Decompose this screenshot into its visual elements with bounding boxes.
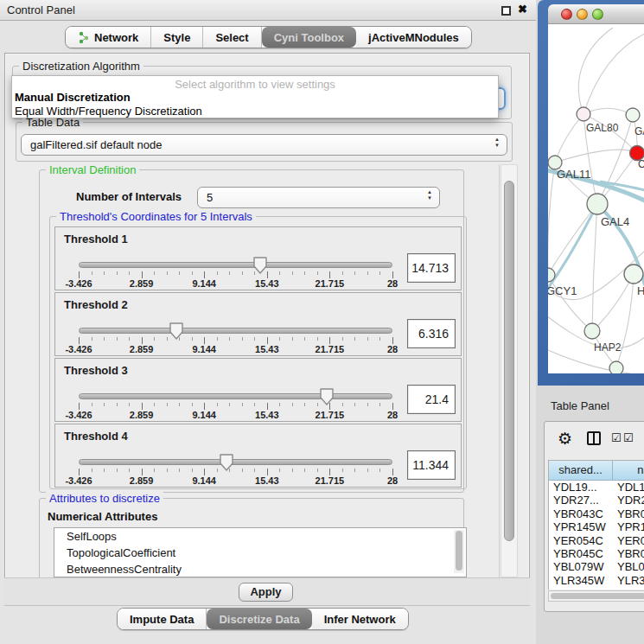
threshold-value-field[interactable]: 14.713 <box>407 253 456 283</box>
tab-style[interactable]: Style <box>151 27 203 48</box>
node-table: shared... name YDL19...YDL19... YDR27...… <box>548 460 644 590</box>
node-hap2[interactable] <box>584 323 600 339</box>
threshold-panel-1: Threshold 1 -3.4262.8599.14415.4321.7152… <box>54 226 462 290</box>
float-window-icon[interactable] <box>501 6 511 16</box>
panel-title: Control Panel <box>7 3 75 16</box>
slider-thumb[interactable] <box>318 387 335 406</box>
label-gal80: GAL80 <box>586 122 619 134</box>
node-partial-top-right[interactable] <box>626 108 640 122</box>
tab-network[interactable]: Network <box>66 27 151 48</box>
label-gcy1: GCY1 <box>548 284 577 297</box>
network-window-titlebar[interactable] <box>548 4 644 24</box>
node-labels: GAL80 GA C GAL11 GAL4 GCY1 H HAP2 <box>548 122 644 354</box>
node-partial-bottom[interactable] <box>609 361 623 373</box>
list-item[interactable]: BetweennessCentrality <box>54 561 466 577</box>
table-row[interactable]: YBL079WYBL079W <box>549 560 644 573</box>
list-item[interactable]: SelfLoops <box>54 528 466 545</box>
network-canvas[interactable]: GAL80 GA C GAL11 GAL4 GCY1 H HAP2 <box>548 24 644 373</box>
table-row[interactable]: YIL052CYIL052C <box>549 587 644 590</box>
scrollbar-thumb[interactable] <box>504 181 514 541</box>
table-row[interactable]: YPR145WYPR145W <box>549 520 644 533</box>
slider-tick-labels: -3.4262.8599.14415.4321.71528 <box>79 344 392 354</box>
popup-option-manual-discretization[interactable]: Manual Discretization <box>15 91 131 104</box>
slider-thumb[interactable] <box>252 256 269 275</box>
slider-track[interactable] <box>79 328 392 334</box>
list-scrollbar[interactable] <box>454 530 464 573</box>
nodes[interactable] <box>548 107 644 373</box>
threshold-label: Threshold 4 <box>64 430 128 443</box>
network-graph: GAL80 GA C GAL11 GAL4 GCY1 H HAP2 <box>548 24 644 373</box>
gear-icon[interactable]: ⚙ <box>558 429 572 449</box>
bottom-tab-bar: Impute Data Discretize Data Infer Networ… <box>117 608 409 630</box>
columns-icon[interactable] <box>587 431 601 445</box>
node-gal4[interactable] <box>587 194 608 214</box>
algorithm-group-title: Discretization Algorithm <box>19 60 143 73</box>
table-row[interactable]: YBR043CYBR043C <box>549 507 644 520</box>
label-partial-h: H <box>637 284 644 297</box>
table-data-combobox[interactable]: galFiltered.sif default node ▲▼ <box>21 134 507 156</box>
table-row[interactable]: YER054CYER054C <box>549 534 644 547</box>
intervals-value: 5 <box>207 191 213 204</box>
close-traffic-light[interactable] <box>561 9 572 20</box>
zoom-traffic-light[interactable] <box>592 9 603 20</box>
popup-option-equal-width[interactable]: Equal Width/Frequency Discretization <box>15 105 202 118</box>
threshold-label: Threshold 1 <box>64 233 128 245</box>
thresholds-group-title: Threshold's Coordinates for 5 Intervals <box>56 210 256 223</box>
network-window: GAL80 GA C GAL11 GAL4 GCY1 H HAP2 <box>538 0 644 386</box>
tab-cyni-toolbox[interactable]: Cyni Toolbox <box>262 27 356 48</box>
table-row[interactable]: YBR045CYBR045C <box>549 547 644 560</box>
tab-discretize-data[interactable]: Discretize Data <box>207 609 311 629</box>
threshold-value-field[interactable]: 6.316 <box>407 319 456 348</box>
network-icon <box>78 31 89 44</box>
table-row[interactable]: YLR345WYLR345W <box>549 574 644 587</box>
node-gal80[interactable] <box>577 107 590 121</box>
tab-label: Infer Network <box>324 613 396 626</box>
list-item[interactable]: TopologicalCoefficient <box>54 545 466 561</box>
tab-label: Impute Data <box>130 613 194 626</box>
checkbox-icon[interactable]: ☑ <box>623 431 634 444</box>
tab-label: Select <box>215 31 248 44</box>
tab-label: jActiveMNodules <box>368 31 459 44</box>
threshold-value-field[interactable]: 21.4 <box>407 385 456 414</box>
slider-track[interactable] <box>79 262 392 268</box>
slider-tick-labels: -3.4262.8599.14415.4321.71528 <box>79 410 392 420</box>
minimize-traffic-light[interactable] <box>577 9 588 20</box>
label-gal11: GAL11 <box>557 168 591 181</box>
table-header-row: shared... name <box>549 461 644 481</box>
settings-vertical-scrollbar[interactable] <box>501 164 518 577</box>
number-of-intervals-spinner[interactable]: 5 ▲▼ <box>197 187 440 208</box>
tab-select[interactable]: Select <box>203 27 261 48</box>
table-horizontal-scrollbar[interactable] <box>548 590 644 602</box>
table-data-value: galFiltered.sif default node <box>30 138 162 151</box>
slider-track[interactable] <box>79 459 392 465</box>
apply-button[interactable]: Apply <box>239 583 293 602</box>
label-partial-ga: GA <box>634 125 644 137</box>
label-hap2: HAP2 <box>594 341 622 354</box>
label-partial-c: C <box>638 158 644 170</box>
node-h[interactable] <box>624 265 643 284</box>
column-header-shared[interactable]: shared... <box>549 461 613 481</box>
table-row[interactable]: YDL19...YDL19... <box>549 481 644 494</box>
settings-scroll-area: Interval Definition Number of Intervals … <box>7 164 500 577</box>
tab-impute-data[interactable]: Impute Data <box>118 609 207 629</box>
control-panel: Control Panel ✖ Network Style Select Cyn… <box>0 0 536 644</box>
column-header-name[interactable]: name <box>613 461 644 481</box>
table-row[interactable]: YDR27...YDR27... <box>549 494 644 507</box>
slider-tick-labels: -3.4262.8599.14415.4321.71528 <box>79 475 392 486</box>
threshold-panel-3: Threshold 3 -3.4262.8599.14415.4321.7152… <box>54 358 462 422</box>
tab-infer-network[interactable]: Infer Network <box>312 609 408 629</box>
tab-jactivemnodules[interactable]: jActiveMNodules <box>356 27 471 48</box>
slider-thumb[interactable] <box>168 322 185 341</box>
slider-track[interactable] <box>79 393 392 399</box>
table-panel: ⚙ ☑ ☑ shared... name YDL19...YDL19... YD… <box>544 421 644 612</box>
tab-label: Cyni Toolbox <box>274 31 344 44</box>
close-icon[interactable]: ✖ <box>518 3 527 16</box>
popup-placeholder-option[interactable]: Select algorithm to view settings <box>12 78 498 91</box>
tab-label: Style <box>163 31 190 44</box>
threshold-value-field[interactable]: 11.344 <box>407 450 456 480</box>
scrollbar-thumb[interactable] <box>551 593 644 599</box>
checkbox-icon[interactable]: ☑ <box>611 431 622 444</box>
slider-thumb[interactable] <box>218 453 235 472</box>
top-tab-bar: Network Style Select Cyni Toolbox jActiv… <box>65 26 472 48</box>
threshold-label: Threshold 2 <box>64 298 128 311</box>
